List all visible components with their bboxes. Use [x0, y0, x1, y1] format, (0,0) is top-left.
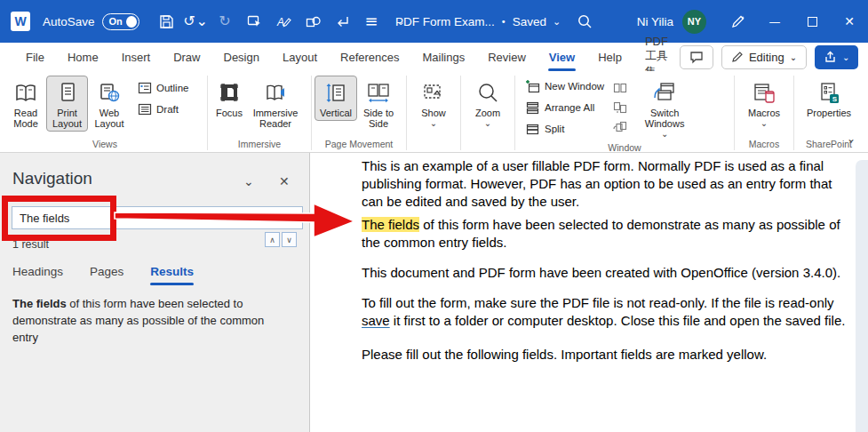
tab-references[interactable]: References	[329, 43, 410, 71]
titlebar-right: Ni Yilia NY — ✕	[566, 0, 868, 43]
minimize-button[interactable]: —	[756, 0, 793, 43]
vertical-button[interactable]: Vertical	[315, 76, 357, 121]
undo-chevron-icon: ⌄	[196, 14, 208, 28]
split-button[interactable]: Split	[522, 120, 608, 138]
result-match-text: The fields	[12, 297, 67, 310]
content-area: Navigation ⌄ ✕ The fields ✕ 1 result ∧ ∨…	[0, 153, 868, 432]
search-clear-icon[interactable]: ✕	[287, 212, 295, 224]
macros-button[interactable]: Macros ⌄	[740, 76, 788, 131]
show-group-label	[410, 148, 458, 152]
print-layout-button[interactable]: Print Layout	[46, 76, 88, 132]
macros-group-label: Macros	[737, 138, 791, 152]
search-button[interactable]	[566, 0, 603, 43]
switch-windows-button[interactable]: Switch Windows ⌄	[634, 76, 695, 141]
vertical-scrollbar[interactable]	[856, 160, 868, 432]
tab-view[interactable]: View	[538, 43, 586, 71]
undo-button[interactable]: ↺⌄	[183, 8, 209, 35]
paragraph-4-post: it first to a folder or computer desktop…	[390, 313, 846, 328]
next-result-button[interactable]: ∨	[282, 232, 297, 247]
autosave-toggle[interactable]: On	[102, 13, 139, 30]
insert-return-button[interactable]	[330, 8, 355, 35]
nav-tab-pages[interactable]: Pages	[90, 265, 123, 285]
document-text[interactable]: This is an example of a user fillable PD…	[362, 157, 854, 376]
collapse-ribbon-button[interactable]: ⌄	[847, 132, 856, 145]
paragraph-3: This document and PDF form have been cre…	[362, 264, 854, 282]
share-button[interactable]: ⌄	[815, 45, 858, 69]
switch-windows-label: Switch Windows	[638, 108, 691, 129]
close-button[interactable]: ✕	[831, 0, 868, 43]
svg-text:A: A	[276, 16, 284, 28]
autosave-label: AutoSave	[43, 15, 95, 28]
reset-window-position-button[interactable]	[611, 120, 629, 134]
tab-layout[interactable]: Layout	[271, 43, 329, 71]
web-layout-button[interactable]: Web Layout	[88, 76, 131, 132]
outline-icon	[138, 81, 152, 95]
pointer-mode-button[interactable]	[242, 8, 267, 35]
zoom-button[interactable]: Zoom ⌄	[466, 76, 510, 131]
editing-pen-icon	[731, 51, 744, 63]
word-app-icon[interactable]: W	[11, 12, 30, 31]
tab-insert[interactable]: Insert	[110, 43, 163, 71]
search-result-item[interactable]: The fields of this form have been select…	[12, 295, 283, 346]
arrange-all-icon	[525, 100, 540, 116]
side-to-side-label: Side to Side	[361, 108, 396, 129]
draft-button[interactable]: Draft	[134, 100, 192, 118]
group-window: New Window Arrange All Split	[518, 74, 731, 152]
ink-editor-icon: A	[275, 13, 292, 30]
toggle-knob-icon	[126, 16, 137, 28]
navigation-options-chevron-icon[interactable]: ⌄	[243, 174, 254, 188]
save-link-text: save	[362, 313, 390, 328]
vertical-icon	[323, 80, 349, 107]
quick-access-toolbar: ↺⌄ ↻ A ≡ ⌄	[154, 8, 414, 35]
navigation-close-button[interactable]: ✕	[279, 174, 290, 188]
read-mode-label: Read Mode	[9, 108, 43, 129]
previous-result-button[interactable]: ∧	[265, 232, 280, 247]
editing-mode-button[interactable]: Editing ⌄	[721, 45, 807, 69]
show-button[interactable]: Show ⌄	[411, 76, 456, 131]
read-mode-button[interactable]: Read Mode	[5, 76, 46, 132]
ink-editor-button[interactable]: A	[271, 8, 297, 35]
immersive-reader-button[interactable]: Immersive Reader	[248, 76, 303, 132]
reset-position-icon	[613, 121, 627, 133]
nav-tab-results[interactable]: Results	[150, 265, 194, 285]
view-side-by-side-button[interactable]	[611, 81, 629, 95]
pen-tools-button[interactable]	[719, 0, 756, 43]
document-title[interactable]: PDF Form Exam... • Saved ⌄	[395, 0, 561, 43]
tab-file[interactable]: File	[14, 43, 56, 71]
maximize-icon	[808, 17, 817, 27]
nav-tab-headings[interactable]: Headings	[12, 265, 63, 285]
web-layout-label: Web Layout	[92, 108, 127, 129]
tab-help[interactable]: Help	[586, 43, 633, 71]
properties-button[interactable]: S Properties	[800, 76, 858, 121]
tab-review[interactable]: Review	[476, 43, 538, 71]
tab-home[interactable]: Home	[56, 43, 110, 71]
new-window-button[interactable]: New Window	[522, 77, 608, 95]
split-icon	[525, 122, 540, 137]
tab-pdf-tools[interactable]: PDF工具集	[633, 43, 680, 71]
arrange-all-button[interactable]: Arrange All	[522, 99, 608, 116]
page-movement-group-label: Page Movement	[315, 138, 403, 152]
focus-button[interactable]: Focus	[211, 76, 248, 121]
group-views: Read Mode Print Layout Web Layout Outlin…	[5, 74, 204, 152]
macros-label: Macros	[748, 108, 780, 118]
group-divider	[734, 76, 735, 150]
autosave-control[interactable]: AutoSave On	[43, 13, 139, 30]
maximize-button[interactable]	[793, 0, 831, 43]
line-spacing-button[interactable]: ≡	[359, 8, 385, 35]
sync-scrolling-icon	[613, 101, 627, 114]
side-to-side-button[interactable]: Side to Side	[357, 76, 400, 132]
outline-button[interactable]: Outline	[134, 79, 192, 97]
save-icon	[158, 13, 175, 30]
user-avatar[interactable]: NY	[682, 10, 706, 34]
tab-mailings[interactable]: Mailings	[411, 43, 477, 71]
shapes-button[interactable]	[300, 8, 326, 35]
tab-design[interactable]: Design	[212, 43, 271, 71]
share-icon	[824, 51, 837, 64]
redo-button[interactable]: ↻	[212, 8, 238, 35]
word-window: W AutoSave On ↺⌄ ↻ A	[0, 0, 868, 432]
group-divider	[793, 76, 794, 150]
synchronous-scrolling-button[interactable]	[611, 100, 629, 115]
save-button[interactable]	[154, 8, 179, 35]
tab-draw[interactable]: Draw	[162, 43, 211, 71]
comments-button[interactable]	[680, 45, 713, 69]
